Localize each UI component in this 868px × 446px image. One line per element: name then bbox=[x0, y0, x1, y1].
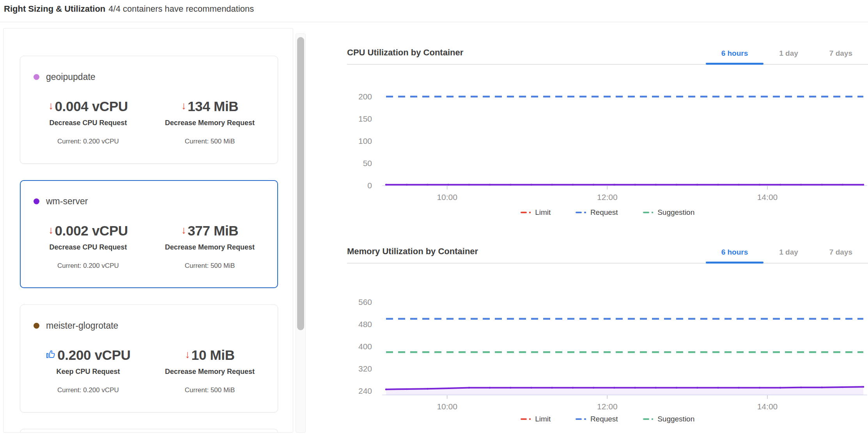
usage-point-marker bbox=[696, 387, 698, 388]
thumbs-up-icon bbox=[46, 349, 56, 359]
page-subtitle: 4/4 containers have recommendations bbox=[108, 4, 254, 14]
container-card-list: geoipupdate ↓ 0.004 vCPU Decrease CPU Re… bbox=[4, 28, 293, 433]
page-title-bold: Right Sizing & Utilization bbox=[4, 4, 105, 14]
memory-recommendation: ↓ 134 MiB Decrease Memory Request Curren… bbox=[149, 99, 271, 145]
x-tick-label: 10:00 bbox=[437, 193, 457, 202]
tab-7-days[interactable]: 7 days bbox=[814, 49, 868, 64]
legend-label: Limit bbox=[535, 208, 551, 217]
memory-recommendation: ↓ 10 MiB Decrease Memory Request Current… bbox=[149, 347, 271, 394]
usage-point-marker bbox=[448, 184, 449, 186]
y-tick-label: 100 bbox=[358, 136, 372, 145]
usage-point-marker bbox=[593, 184, 594, 186]
usage-point-marker bbox=[696, 184, 698, 186]
tab-1-day[interactable]: 1 day bbox=[763, 49, 814, 64]
legend-item-limit[interactable]: Limit bbox=[521, 415, 551, 423]
container-recommendation-panel: geoipupdate ↓ 0.004 vCPU Decrease CPU Re… bbox=[3, 28, 293, 433]
memory-chart-plot[interactable]: 24032040048056010:0012:0014:00 bbox=[347, 264, 868, 412]
usage-point-marker bbox=[676, 387, 677, 388]
usage-point-marker bbox=[613, 184, 615, 186]
container-name: wm-server bbox=[46, 196, 88, 207]
usage-point-marker bbox=[717, 387, 719, 388]
tab-1-day[interactable]: 1 day bbox=[763, 248, 814, 263]
y-tick-label: 150 bbox=[358, 114, 372, 123]
tab-6-hours[interactable]: 6 hours bbox=[706, 248, 764, 263]
x-tick-label: 12:00 bbox=[597, 402, 618, 411]
usage-point-marker bbox=[530, 184, 532, 186]
cpu-action-label: Decrease CPU Request bbox=[27, 243, 149, 251]
container-card-partial[interactable] bbox=[20, 429, 278, 433]
legend-dot-icon bbox=[584, 212, 586, 214]
legend-dash-icon bbox=[576, 418, 582, 420]
decrease-arrow-icon: ↓ bbox=[48, 101, 54, 111]
legend-label: Suggestion bbox=[657, 415, 694, 423]
usage-point-marker bbox=[406, 388, 407, 390]
card-list-scrollbar-track[interactable] bbox=[296, 34, 306, 433]
cpu-utilization-chart: CPU Utilization by Container 6 hours 1 d… bbox=[347, 39, 868, 217]
cpu-recommendation: 0.200 vCPU Keep CPU Request Current: 0.2… bbox=[27, 347, 149, 394]
legend-dot-icon bbox=[529, 212, 531, 214]
y-tick-label: 200 bbox=[358, 92, 372, 101]
usage-point-marker bbox=[468, 184, 470, 186]
cpu-recommended-value: 0.004 vCPU bbox=[55, 99, 128, 114]
cpu-recommended-value: 0.200 vCPU bbox=[57, 347, 131, 363]
memory-recommended-value: 10 MiB bbox=[191, 347, 235, 363]
legend-item-request[interactable]: Request bbox=[576, 415, 618, 423]
memory-recommended-value: 134 MiB bbox=[188, 99, 238, 114]
usage-point-marker bbox=[800, 184, 802, 186]
card-list-scrollbar-thumb[interactable] bbox=[297, 37, 304, 330]
usage-point-marker bbox=[863, 184, 864, 186]
usage-point-marker bbox=[468, 387, 470, 388]
memory-action-label: Decrease Memory Request bbox=[149, 119, 271, 127]
memory-chart-header: Memory Utilization by Container 6 hours … bbox=[347, 238, 868, 264]
y-tick-label: 560 bbox=[358, 297, 372, 306]
decrease-arrow-icon: ↓ bbox=[181, 101, 187, 111]
legend-dash-icon bbox=[521, 418, 527, 420]
usage-point-marker bbox=[655, 387, 657, 388]
usage-point-marker bbox=[427, 388, 428, 389]
card-header: meister-glogrotate bbox=[34, 320, 271, 331]
legend-dot-icon bbox=[584, 418, 586, 420]
usage-point-marker bbox=[510, 387, 511, 388]
legend-item-suggestion[interactable]: Suggestion bbox=[643, 415, 695, 423]
decrease-arrow-icon: ↓ bbox=[48, 225, 54, 235]
usage-point-marker bbox=[779, 184, 781, 186]
legend-dash-icon bbox=[643, 418, 649, 420]
memory-utilization-chart: Memory Utilization by Container 6 hours … bbox=[347, 238, 868, 423]
cpu-chart-range-tabs: 6 hours 1 day 7 days bbox=[706, 49, 868, 64]
container-name: geoipupdate bbox=[46, 72, 96, 82]
y-tick-label: 50 bbox=[363, 159, 372, 168]
memory-recommendation: ↓ 377 MiB Decrease Memory Request Curren… bbox=[149, 223, 271, 270]
legend-label: Request bbox=[590, 208, 618, 217]
usage-point-marker bbox=[676, 184, 677, 186]
y-tick-label: 320 bbox=[358, 364, 372, 373]
cpu-current-value: Current: 0.200 vCPU bbox=[27, 386, 149, 394]
usage-point-marker bbox=[593, 387, 594, 388]
legend-item-request[interactable]: Request bbox=[576, 208, 618, 217]
usage-point-marker bbox=[759, 184, 760, 186]
usage-point-marker bbox=[759, 387, 760, 388]
legend-dot-icon bbox=[652, 212, 654, 214]
card-header: geoipupdate bbox=[34, 72, 271, 82]
usage-point-marker bbox=[779, 387, 781, 388]
cpu-chart-plot[interactable]: 05010015020010:0012:0014:00 bbox=[347, 65, 868, 202]
usage-point-marker bbox=[551, 184, 553, 186]
container-card-meister-glogrotate[interactable]: meister-glogrotate 0.200 vCPU Keep CPU R… bbox=[20, 304, 278, 412]
header-divider bbox=[0, 22, 868, 22]
x-tick-label: 10:00 bbox=[437, 402, 457, 411]
cpu-chart-legend: LimitRequestSuggestion bbox=[347, 208, 868, 217]
memory-current-value: Current: 500 MiB bbox=[149, 138, 271, 145]
tab-7-days[interactable]: 7 days bbox=[814, 248, 868, 263]
container-color-dot bbox=[34, 323, 39, 329]
decrease-arrow-icon: ↓ bbox=[181, 225, 187, 235]
tab-6-hours[interactable]: 6 hours bbox=[706, 49, 764, 64]
card-header: wm-server bbox=[34, 196, 271, 207]
usage-point-marker bbox=[821, 184, 822, 186]
container-card-geoipupdate[interactable]: geoipupdate ↓ 0.004 vCPU Decrease CPU Re… bbox=[20, 56, 278, 164]
container-card-wm-server[interactable]: wm-server ↓ 0.002 vCPU Decrease CPU Requ… bbox=[20, 180, 278, 288]
usage-point-marker bbox=[821, 387, 822, 388]
container-color-dot bbox=[34, 198, 39, 204]
legend-item-limit[interactable]: Limit bbox=[521, 208, 551, 217]
cpu-chart-header: CPU Utilization by Container 6 hours 1 d… bbox=[347, 39, 868, 65]
usage-point-marker bbox=[842, 184, 843, 186]
legend-item-suggestion[interactable]: Suggestion bbox=[643, 208, 695, 217]
